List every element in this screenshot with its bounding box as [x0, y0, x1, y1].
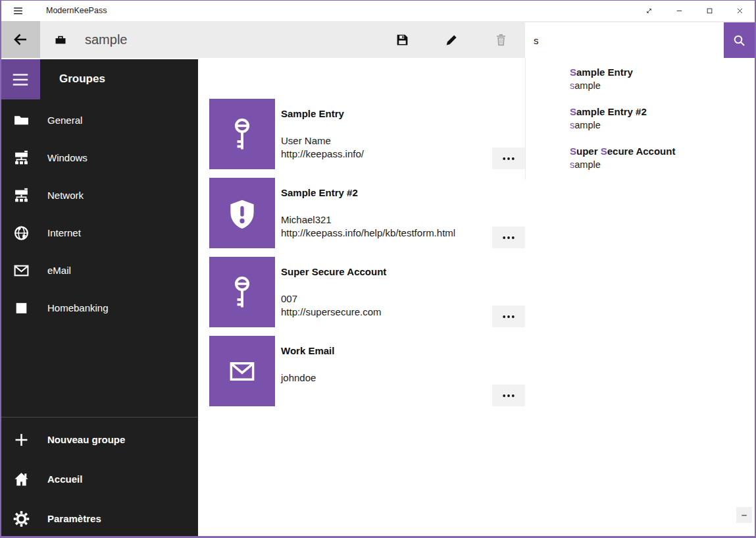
entry-more-button[interactable]: [492, 227, 525, 248]
delete-button[interactable]: [486, 21, 515, 58]
envelope-icon: [13, 262, 30, 279]
search-box: [525, 22, 724, 58]
entry-row[interactable]: Work Email johndoe: [209, 336, 525, 406]
sidebar-item-label: Internet: [47, 214, 198, 252]
shield-icon: [227, 198, 257, 229]
modernkeepass-window: ModernKeePass sample: [0, 0, 756, 538]
title-bar: ModernKeePass: [0, 0, 756, 21]
entry-icon-tile: [209, 257, 275, 327]
delete-icon: [494, 33, 508, 47]
sidebar-item-label: Network: [47, 176, 198, 214]
minimize-icon: [675, 7, 684, 15]
entry-row[interactable]: Sample Entry User Namehttp://keepass.inf…: [209, 99, 525, 169]
search-result-item[interactable]: Sample Entry #2 sample: [526, 97, 755, 137]
sidebar-divider: [0, 417, 198, 417]
sidebar-action-accueil[interactable]: Accueil: [0, 460, 198, 499]
square-icon: [13, 300, 30, 316]
window-controls: [634, 0, 755, 21]
fullscreen-icon: [645, 7, 653, 15]
sidebar-item-windows[interactable]: Windows: [0, 139, 198, 176]
search-input[interactable]: [525, 22, 724, 58]
entry-icon-tile: [209, 336, 275, 406]
search-button[interactable]: [724, 22, 755, 58]
search-icon: [732, 34, 746, 47]
entry-details: 007http://supersecure.com: [281, 292, 382, 319]
entry-title: Super Secure Account: [281, 266, 386, 277]
entry-row[interactable]: Sample Entry #2 Michael321http://keepass…: [209, 178, 525, 248]
edit-icon: [445, 33, 459, 47]
entry-title: Sample Entry: [281, 108, 344, 119]
zoom-out-button[interactable]: [736, 507, 752, 523]
key-icon: [232, 275, 252, 309]
hamburger-icon: [11, 70, 30, 90]
sidebar-action-nouveau-groupe[interactable]: Nouveau groupe: [0, 420, 198, 460]
network-icon: [13, 149, 30, 166]
sidebar-item-label: eMail: [47, 252, 198, 289]
search-results-dropdown: Sample Entry sample Sample Entry #2 samp…: [525, 58, 755, 180]
sidebar-item-label: Nouveau groupe: [47, 420, 198, 460]
sidebar-toggle-button[interactable]: [0, 59, 40, 99]
more-icon: [501, 230, 517, 246]
maximize-button[interactable]: [694, 0, 724, 21]
home-icon: [13, 471, 30, 488]
entry-more-button[interactable]: [492, 385, 525, 406]
back-button[interactable]: [0, 21, 40, 58]
group-list: General Windows Network Internet eMail H…: [0, 101, 198, 327]
entry-detail-line: User Name: [281, 134, 364, 148]
sidebar-item-internet[interactable]: Internet: [0, 214, 198, 252]
sidebar-actions: Nouveau groupe Accueil Paramètres: [0, 420, 198, 538]
entry-icon-tile: [209, 99, 275, 169]
entry-details: User Namehttp://keepass.info/: [281, 134, 364, 161]
sidebar-item-label: Windows: [47, 139, 198, 176]
briefcase-icon: [54, 34, 67, 47]
search-result-item[interactable]: Sample Entry sample: [526, 58, 755, 97]
globe-icon: [13, 225, 30, 241]
gear-icon: [13, 511, 30, 527]
sidebar-item-email[interactable]: eMail: [0, 252, 198, 289]
minimize-button[interactable]: [664, 0, 694, 21]
more-icon: [501, 309, 517, 325]
search-result-subtitle: sample: [570, 158, 755, 171]
entry-details: johndoe: [281, 371, 316, 385]
sidebar: Groupes General Windows Network Internet…: [0, 59, 198, 538]
sidebar-item-label: Paramètres: [47, 499, 198, 538]
sidebar-item-label: General: [47, 101, 198, 139]
search-result-item[interactable]: Super Secure Account sample: [526, 137, 755, 176]
close-icon: [736, 7, 744, 15]
entry-more-button[interactable]: [492, 148, 525, 169]
entry-detail-line: johndoe: [281, 371, 316, 385]
sidebar-item-general[interactable]: General: [0, 101, 198, 139]
back-arrow-icon: [13, 32, 28, 47]
database-name: sample: [85, 21, 127, 58]
search-result-subtitle: sample: [570, 119, 755, 132]
fullscreen-button[interactable]: [634, 0, 664, 21]
entry-title: Sample Entry #2: [281, 187, 358, 198]
groups-heading: Groupes: [59, 72, 105, 86]
entry-detail-line: http://keepass.info/help/kb/testform.htm…: [281, 227, 455, 240]
sidebar-item-label: Accueil: [47, 460, 198, 499]
maximize-icon: [705, 7, 714, 15]
entry-detail-line: Michael321: [281, 213, 455, 227]
more-icon: [501, 388, 517, 404]
command-bar: sample: [0, 21, 756, 58]
sidebar-action-paramètres[interactable]: Paramètres: [0, 499, 198, 538]
hamburger-icon: [13, 5, 24, 16]
app-title: ModernKeePass: [46, 0, 107, 21]
entry-detail-line: http://keepass.info/: [281, 148, 364, 161]
envelope-icon: [227, 358, 257, 385]
key-icon: [232, 117, 252, 151]
entry-row[interactable]: Super Secure Account 007http://supersecu…: [209, 257, 525, 327]
more-icon: [501, 151, 517, 167]
entry-detail-line: 007: [281, 292, 382, 306]
sidebar-item-label: Homebanking: [47, 289, 198, 327]
entry-more-button[interactable]: [492, 306, 525, 327]
entry-list: Sample Entry User Namehttp://keepass.inf…: [209, 99, 525, 415]
sidebar-item-homebanking[interactable]: Homebanking: [0, 289, 198, 327]
titlebar-menu-button[interactable]: [5, 2, 30, 19]
edit-button[interactable]: [437, 21, 466, 58]
close-button[interactable]: [724, 0, 755, 21]
sidebar-item-network[interactable]: Network: [0, 176, 198, 214]
save-button[interactable]: [388, 21, 416, 58]
entry-title: Work Email: [281, 345, 334, 356]
search-result-title: Sample Entry: [570, 66, 755, 79]
